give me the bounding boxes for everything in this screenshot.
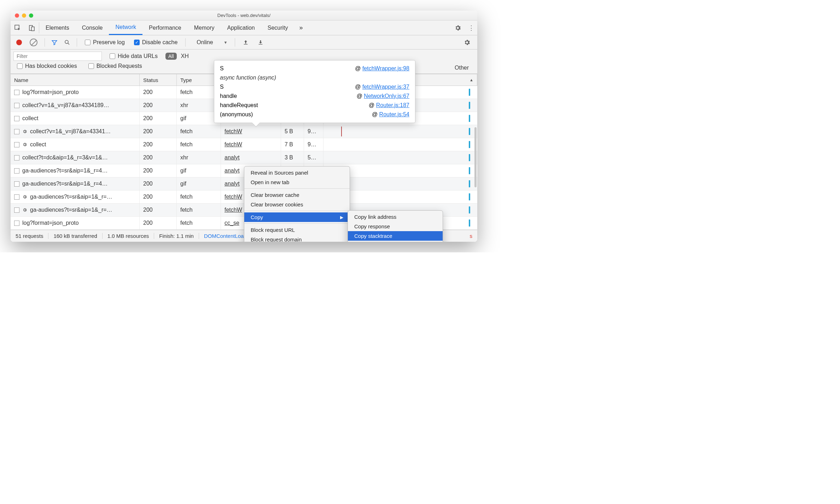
resource-icon <box>14 129 19 134</box>
request-waterfall <box>323 138 477 151</box>
device-toolbar-icon[interactable] <box>25 20 39 35</box>
request-status: 200 <box>140 164 177 177</box>
request-waterfall <box>323 151 477 164</box>
filter-all-pill[interactable]: All <box>165 53 177 60</box>
filter-icon[interactable] <box>51 39 58 46</box>
inspect-element-icon[interactable] <box>11 20 25 35</box>
traffic-lights <box>11 13 33 18</box>
menu-block-url[interactable]: Block request URL <box>244 225 350 235</box>
kebab-menu-icon[interactable]: ⋮ <box>465 20 477 35</box>
request-name: log?format=json_proto <box>22 89 79 95</box>
disable-cache-checkbox[interactable]: ✓ Disable cache <box>134 39 178 46</box>
stack-frame: handle@ NetworkOnly.js:67 <box>220 92 409 101</box>
request-status: 200 <box>140 204 177 216</box>
tab-performance[interactable]: Performance <box>142 20 188 35</box>
window-title: DevTools - web.dev/vitals/ <box>11 13 477 18</box>
submenu-arrow-icon: ▶ <box>340 215 343 220</box>
filter-input[interactable] <box>13 52 102 61</box>
filter-xhr-label[interactable]: XH <box>181 53 189 59</box>
hide-data-urls-label: Hide data URLs <box>118 53 158 59</box>
table-row[interactable]: collect?v=1&_v=j87&a=43341…200fetchfetch… <box>11 125 477 138</box>
submenu-copy-link[interactable]: Copy link address <box>348 212 443 222</box>
menu-clear-cache[interactable]: Clear browser cache <box>244 190 350 200</box>
resource-icon <box>14 155 19 160</box>
throttling-value: Online <box>197 39 213 46</box>
request-status: 200 <box>140 177 177 190</box>
stack-frame-link[interactable]: Router.js:187 <box>376 102 409 108</box>
search-icon[interactable] <box>64 39 70 46</box>
svg-rect-2 <box>31 27 34 31</box>
menu-reveal-sources[interactable]: Reveal in Sources panel <box>244 168 350 177</box>
request-type: fetch <box>177 217 221 229</box>
menu-block-domain[interactable]: Block request domain <box>244 235 350 242</box>
stack-frame-link[interactable]: fetchWrapper.js:98 <box>362 65 409 71</box>
request-status: 200 <box>140 125 177 138</box>
upload-har-icon[interactable] <box>243 40 249 45</box>
table-row[interactable]: collect?t=dc&aip=1&_r=3&v=1&…200xhranaly… <box>11 151 477 164</box>
request-initiator[interactable]: fetchW <box>221 138 281 151</box>
tab-application[interactable]: Application <box>221 20 261 35</box>
table-row[interactable]: collect200fetchfetchW7 B9… <box>11 138 477 151</box>
request-initiator[interactable]: fetchW <box>221 125 281 138</box>
menu-open-new-tab[interactable]: Open in new tab <box>244 177 350 187</box>
request-status: 200 <box>140 99 177 112</box>
resource-icon <box>14 181 19 187</box>
stack-frame-link[interactable]: fetchWrapper.js:37 <box>362 84 409 90</box>
has-blocked-cookies-checkbox[interactable]: Has blocked cookies <box>17 63 77 69</box>
blocked-requests-checkbox[interactable]: Blocked Requests <box>88 63 142 69</box>
async-divider: async function (async) <box>220 73 409 82</box>
tab-memory[interactable]: Memory <box>188 20 221 35</box>
request-size: 7 B <box>281 138 304 151</box>
stack-frame-link[interactable]: NetworkOnly.js:67 <box>364 93 409 99</box>
request-time: 5… <box>304 151 323 164</box>
request-name: collect?v=1&_v=j87&a=43341… <box>30 128 111 135</box>
resource-icon <box>14 142 19 147</box>
initiator-tooltip: S@ fetchWrapper.js:98 async function (as… <box>214 60 415 123</box>
more-tabs-button[interactable]: » <box>294 20 308 35</box>
preserve-log-label: Preserve log <box>93 39 125 46</box>
request-name: ga-audiences?t=sr&aip=1&_r=… <box>30 194 112 200</box>
menu-clear-cookies[interactable]: Clear browser cookies <box>244 200 350 209</box>
header-status[interactable]: Status <box>140 74 177 86</box>
minimize-window-button[interactable] <box>22 13 26 18</box>
stack-frame: (anonymous)@ Router.js:54 <box>220 110 409 119</box>
tab-security[interactable]: Security <box>261 20 294 35</box>
download-har-icon[interactable] <box>258 40 263 45</box>
submenu-copy-stacktrace[interactable]: Copy stacktrace <box>348 231 443 241</box>
header-name[interactable]: Name <box>11 74 140 86</box>
hide-data-urls-checkbox[interactable]: Hide data URLs <box>110 53 158 59</box>
panel-tabbar: Elements Console Network Performance Mem… <box>11 20 477 35</box>
blocked-requests-label: Blocked Requests <box>97 63 142 69</box>
disable-cache-label: Disable cache <box>142 39 178 46</box>
submenu-copy-response[interactable]: Copy response <box>348 222 443 231</box>
request-type: fetch <box>177 125 221 138</box>
titlebar: DevTools - web.dev/vitals/ <box>11 11 477 20</box>
request-status: 200 <box>140 217 177 229</box>
tab-console[interactable]: Console <box>76 20 109 35</box>
stack-frame-link[interactable]: Router.js:54 <box>379 111 409 117</box>
zoom-window-button[interactable] <box>29 13 33 18</box>
tab-network[interactable]: Network <box>109 20 142 35</box>
tab-elements[interactable]: Elements <box>39 20 76 35</box>
menu-copy[interactable]: Copy▶ <box>244 212 350 222</box>
request-initiator[interactable]: analyt <box>221 151 281 164</box>
stack-frame: S@ fetchWrapper.js:98 <box>220 64 409 73</box>
network-settings-icon[interactable] <box>460 39 474 46</box>
scrollbar[interactable] <box>474 127 477 187</box>
sort-indicator-icon: ▲ <box>469 78 473 82</box>
record-button[interactable] <box>16 40 22 45</box>
panel-body: Preserve log ✓ Disable cache Online ▼ <box>11 35 477 242</box>
throttling-select[interactable]: Online ▼ <box>193 38 231 47</box>
close-window-button[interactable] <box>15 13 19 18</box>
resource-icon <box>14 168 19 174</box>
filter-other-label[interactable]: Other <box>455 65 469 71</box>
request-time: 9… <box>304 125 323 138</box>
clear-button[interactable] <box>30 39 37 46</box>
resource-icon <box>14 221 19 226</box>
request-status: 200 <box>140 151 177 164</box>
settings-icon[interactable] <box>450 20 465 35</box>
preserve-log-checkbox[interactable]: Preserve log <box>85 39 125 46</box>
request-status: 200 <box>140 112 177 125</box>
network-toolbar: Preserve log ✓ Disable cache Online ▼ <box>11 35 477 49</box>
status-resources: 1.0 MB resources <box>103 233 154 239</box>
